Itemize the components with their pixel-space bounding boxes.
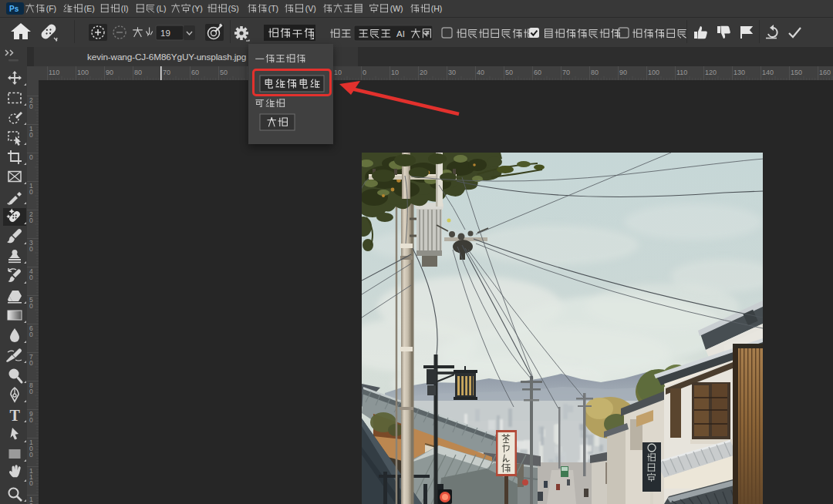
svg-text:0: 0 xyxy=(29,217,33,224)
svg-text:(I): (I) xyxy=(121,4,129,13)
svg-text:(W): (W) xyxy=(390,4,403,13)
svg-text:90: 90 xyxy=(106,69,113,76)
svg-text:19: 19 xyxy=(160,29,170,38)
svg-text:80: 80 xyxy=(134,69,142,76)
svg-text:10: 10 xyxy=(391,69,399,76)
svg-text:0: 0 xyxy=(29,245,33,253)
svg-text:Ps: Ps xyxy=(9,5,19,13)
svg-text:0: 0 xyxy=(29,274,33,281)
svg-text:30: 30 xyxy=(448,69,456,76)
svg-text:(L): (L) xyxy=(157,4,167,13)
svg-text:120: 120 xyxy=(705,69,717,76)
svg-text:50: 50 xyxy=(505,69,513,76)
svg-text:100: 100 xyxy=(77,69,89,76)
svg-text:160: 160 xyxy=(819,69,831,76)
svg-text:T: T xyxy=(10,407,21,424)
svg-text:0: 0 xyxy=(29,416,33,424)
svg-text:0: 0 xyxy=(29,102,33,110)
svg-text:0: 0 xyxy=(29,388,33,395)
svg-text:(S): (S) xyxy=(228,4,239,13)
svg-text:110: 110 xyxy=(676,69,687,76)
svg-text:0: 0 xyxy=(29,359,33,367)
svg-text:0: 0 xyxy=(29,302,33,310)
svg-text:150: 150 xyxy=(791,69,802,76)
svg-text:0: 0 xyxy=(29,451,33,459)
svg-text:130: 130 xyxy=(734,69,745,76)
svg-text:70: 70 xyxy=(562,69,570,76)
svg-text:60: 60 xyxy=(191,69,199,76)
svg-text:110: 110 xyxy=(49,69,59,76)
svg-text:0: 0 xyxy=(29,188,33,196)
svg-text:(F): (F) xyxy=(46,4,56,13)
svg-text:(T): (T) xyxy=(268,4,278,13)
svg-text:100: 100 xyxy=(648,69,659,76)
svg-text:50: 50 xyxy=(220,69,228,76)
svg-text:40: 40 xyxy=(477,69,484,76)
svg-text:0: 0 xyxy=(29,131,33,139)
svg-text:60: 60 xyxy=(534,69,541,76)
svg-text:(H): (H) xyxy=(431,4,443,13)
svg-text:20: 20 xyxy=(420,69,427,76)
svg-text:0: 0 xyxy=(363,69,366,76)
svg-text:AI: AI xyxy=(396,29,405,39)
svg-text:90: 90 xyxy=(619,69,627,76)
svg-text:0: 0 xyxy=(29,153,33,161)
svg-text:(Y): (Y) xyxy=(192,4,203,13)
svg-text:0: 0 xyxy=(29,331,33,338)
svg-text:(E): (E) xyxy=(84,4,95,13)
svg-text:140: 140 xyxy=(762,69,774,76)
svg-text:0: 0 xyxy=(29,479,33,487)
svg-text:(V): (V) xyxy=(305,4,316,13)
svg-text:70: 70 xyxy=(163,69,170,76)
svg-text:80: 80 xyxy=(591,69,599,76)
